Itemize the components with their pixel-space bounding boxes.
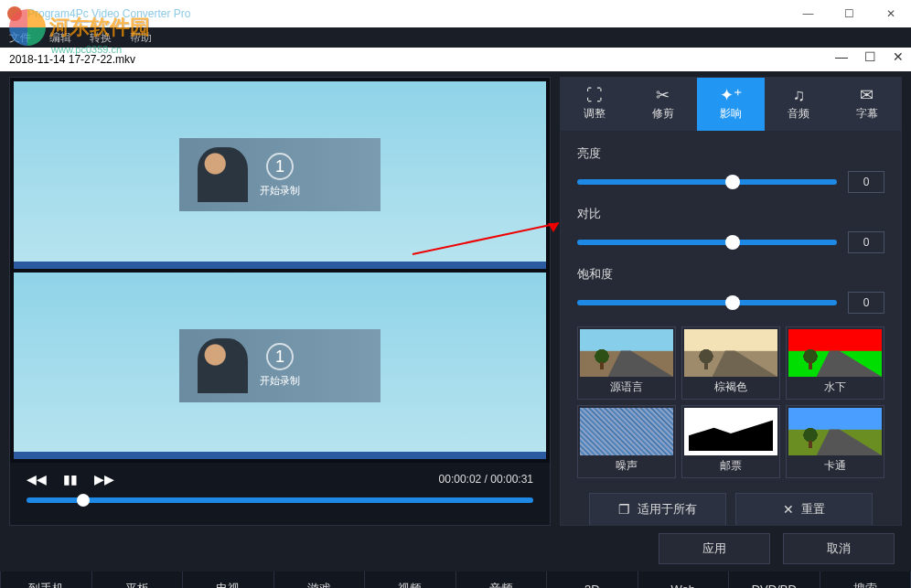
svg-marker-1 [548, 223, 559, 232]
minimize-button[interactable]: — [788, 0, 829, 27]
cat-tablet[interactable]: 平板 [92, 572, 184, 588]
cat-tv[interactable]: 电视 [183, 572, 274, 588]
contrast-label: 对比 [577, 206, 884, 222]
seek-slider[interactable] [27, 497, 533, 503]
brightness-slider[interactable] [577, 179, 837, 185]
saturation-slider[interactable] [577, 300, 837, 305]
copy-icon: ❐ [618, 502, 630, 517]
apply-all-button[interactable]: ❐适用于所有 [589, 493, 726, 525]
music-icon: ♫ [793, 87, 806, 103]
reset-button[interactable]: ✕重置 [735, 493, 873, 525]
preset-original[interactable]: 源语言 [577, 326, 676, 400]
cat-game[interactable]: 游戏 [274, 572, 366, 588]
sub-close-button[interactable]: ✕ [893, 49, 904, 64]
current-filename: 2018-11-14 17-27-22.mkv [9, 53, 135, 66]
cat-dvd[interactable]: DVD/BD [729, 572, 820, 588]
output-frame: 1开始录制 [14, 273, 546, 460]
crop-icon: ⛶ [586, 87, 603, 103]
preset-underwater[interactable]: 水下 [786, 326, 884, 400]
preset-stamp[interactable]: 邮票 [681, 405, 780, 478]
menu-convert[interactable]: 转换 [90, 30, 112, 46]
tab-subtitle[interactable]: ✉字幕 [833, 78, 901, 131]
original-frame: 1开始录制 [14, 81, 546, 269]
preset-grid: 源语言 棕褐色 水下 噪声 邮票 卡通 [577, 326, 884, 478]
playback-controls: ◀◀ ▮▮ ▶▶ 00:00:02 / 00:00:31 [10, 463, 550, 525]
brightness-label: 亮度 [577, 145, 884, 162]
play-pause-button[interactable]: ▮▮ [63, 472, 78, 486]
menu-help[interactable]: 帮助 [130, 30, 152, 46]
preset-sepia[interactable]: 棕褐色 [681, 326, 780, 400]
sub-minimize-button[interactable]: — [835, 49, 848, 64]
next-button[interactable]: ▶▶ [94, 472, 114, 486]
apply-button[interactable]: 应用 [659, 533, 770, 564]
saturation-label: 饱和度 [577, 266, 884, 283]
maximize-button[interactable]: ☐ [829, 0, 870, 27]
app-icon [7, 6, 22, 21]
video-preview: 1开始录制 1开始录制 [10, 78, 550, 463]
preset-cartoon[interactable]: 卡通 [786, 405, 884, 478]
contrast-slider[interactable] [577, 240, 837, 245]
dialog-actions: 应用 取消 [0, 526, 911, 572]
effects-panel: ⛶调整 ✂修剪 ✦⁺影响 ♫音频 ✉字幕 亮度 0 对比 0 [560, 77, 902, 526]
tab-trim[interactable]: ✂修剪 [628, 78, 696, 131]
saturation-value[interactable]: 0 [848, 292, 884, 314]
effect-tabs: ⛶调整 ✂修剪 ✦⁺影响 ♫音频 ✉字幕 [561, 78, 901, 131]
menu-file[interactable]: 文件 [9, 30, 31, 46]
wand-icon: ✦⁺ [720, 87, 743, 103]
scissors-icon: ✂ [656, 87, 670, 103]
cat-search[interactable]: 搜索 [820, 572, 912, 588]
contrast-value[interactable]: 0 [848, 231, 884, 253]
sub-maximize-button[interactable]: ☐ [864, 49, 876, 64]
tab-audio[interactable]: ♫音频 [765, 78, 832, 131]
subtitle-icon: ✉ [860, 87, 873, 103]
file-bar: 2018-11-14 17-27-22.mkv — ☐ ✕ [0, 48, 911, 71]
cat-3d[interactable]: 3D [547, 572, 638, 588]
brightness-value[interactable]: 0 [848, 171, 884, 193]
prev-button[interactable]: ◀◀ [27, 472, 47, 486]
close-icon: ✕ [783, 502, 794, 517]
cat-audio[interactable]: 音频 [456, 572, 548, 588]
close-button[interactable]: ✕ [870, 0, 911, 27]
preview-panel: 1开始录制 1开始录制 ◀◀ ▮▮ ▶▶ 00:00:02 / 00:00:31 [9, 77, 551, 526]
window-titlebar: Program4Pc Video Converter Pro — ☐ ✕ [0, 0, 911, 27]
preset-noise[interactable]: 噪声 [577, 405, 676, 478]
cat-phone[interactable]: 到手机 [0, 572, 92, 588]
tab-effect[interactable]: ✦⁺影响 [697, 78, 765, 131]
window-title: Program4Pc Video Converter Pro [27, 7, 191, 20]
cat-video[interactable]: 视频 [365, 572, 456, 588]
menu-edit[interactable]: 编辑 [49, 30, 71, 46]
category-bar: 到手机 平板 电视 游戏 视频 音频 3D Web DVD/BD 搜索 [0, 572, 911, 588]
tab-crop[interactable]: ⛶调整 [561, 78, 628, 131]
cat-web[interactable]: Web [638, 572, 730, 588]
cancel-button[interactable]: 取消 [783, 533, 895, 564]
time-display: 00:00:02 / 00:00:31 [439, 473, 533, 486]
menubar: 文件 编辑 转换 帮助 [0, 27, 911, 48]
